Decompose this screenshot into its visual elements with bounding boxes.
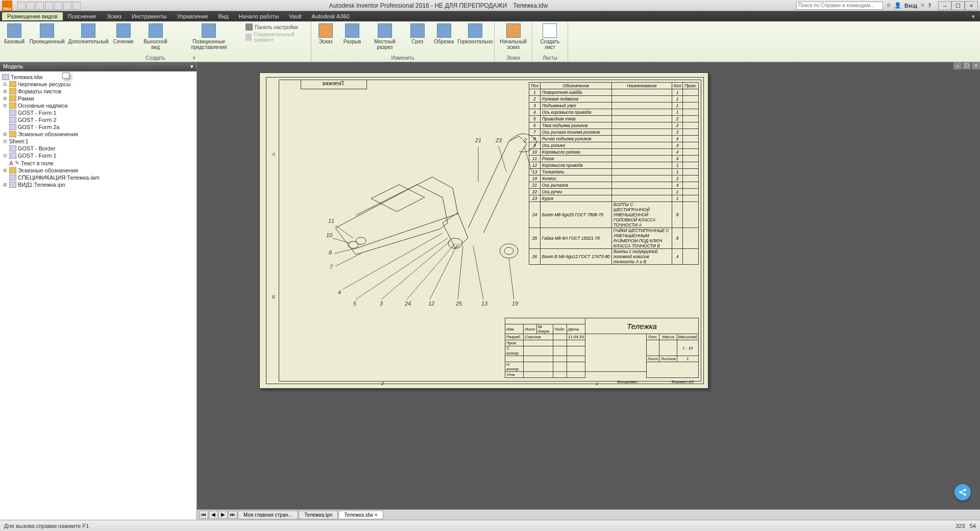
tab-ipn[interactable]: Тележка.ipn bbox=[299, 511, 338, 519]
qat-open-icon[interactable] bbox=[27, 2, 35, 10]
table-row[interactable]: 25Гайка M8-6H ГОСТ 15521-70ГАЙКИ ШЕСТИГР… bbox=[529, 228, 699, 249]
drawing-view[interactable]: 21 23 2 11 10 8 7 4 5 3 24 bbox=[305, 95, 550, 310]
tab-annotate[interactable]: Пояснение bbox=[63, 12, 102, 20]
canvas-maximize-icon[interactable]: ☐ bbox=[963, 62, 971, 69]
ribbon-help-icon[interactable]: ▾ bbox=[969, 13, 978, 20]
table-row[interactable]: 19Колесо2 bbox=[529, 175, 699, 182]
maximize-button[interactable]: ☐ bbox=[951, 1, 965, 10]
browser-dropdown-icon[interactable]: ▾ bbox=[190, 63, 193, 70]
table-row[interactable]: 3Подъемный узел1 bbox=[529, 103, 699, 109]
help-icon[interactable]: ? bbox=[928, 3, 931, 9]
qat-undo-icon[interactable] bbox=[45, 2, 53, 10]
svg-line-10 bbox=[334, 248, 356, 254]
sheet-border: Тележка А Б 2 1 bbox=[266, 77, 704, 384]
slice-button[interactable]: Срез bbox=[406, 22, 429, 45]
table-row[interactable]: 2Рулевая подвеска1 bbox=[529, 96, 699, 103]
table-row[interactable]: 7Ось рычага поъема роликов2 bbox=[529, 129, 699, 136]
svg-text:7: 7 bbox=[330, 264, 333, 270]
help-search-input[interactable] bbox=[796, 2, 883, 10]
break-button[interactable]: Разрыв bbox=[341, 22, 363, 45]
titleblock-icon bbox=[9, 110, 16, 116]
browser-close-icon[interactable]: × bbox=[192, 55, 195, 61]
signin-label[interactable]: Вход bbox=[904, 3, 917, 9]
mirrored-title: Тележка bbox=[323, 80, 345, 86]
tab-a360[interactable]: Autodesk A360 bbox=[307, 12, 355, 20]
qat-more-icon[interactable] bbox=[72, 2, 81, 10]
share-button[interactable] bbox=[954, 484, 971, 500]
model-tree[interactable]: Тележка.idw ⊟Чертежные ресурсы ⊞Форматы … bbox=[0, 71, 197, 190]
svg-line-14 bbox=[381, 241, 450, 299]
horizontal-button[interactable]: Горизонтально bbox=[459, 22, 492, 45]
table-row[interactable]: 22Ось ручки1 bbox=[529, 189, 699, 195]
table-row[interactable]: 5Приводная тяга2 bbox=[529, 116, 699, 122]
tab-view[interactable]: Вид bbox=[213, 12, 234, 20]
base-view-button[interactable]: Базовый bbox=[3, 22, 26, 45]
partslist-icon bbox=[9, 174, 16, 181]
breakout-button[interactable]: Местный разрез bbox=[368, 22, 402, 51]
svg-text:3: 3 bbox=[380, 300, 383, 307]
canvas-minimize-icon[interactable]: – bbox=[953, 62, 962, 69]
auxiliary-view-button[interactable]: Дополнительный bbox=[68, 22, 108, 45]
draft-button[interactable]: Эскиз bbox=[314, 22, 337, 45]
start-sketch-button[interactable]: Начальный эскиз bbox=[498, 22, 529, 51]
svg-line-16 bbox=[430, 243, 458, 299]
folder-icon bbox=[9, 167, 16, 173]
tab-place-views[interactable]: Размещение видов bbox=[2, 12, 63, 20]
table-row[interactable]: 21Ось рычагов4 bbox=[529, 182, 699, 189]
svg-text:8: 8 bbox=[329, 249, 332, 256]
qat-new-icon[interactable] bbox=[17, 2, 26, 10]
minimize-button[interactable]: – bbox=[938, 1, 951, 10]
table-row[interactable]: 24Болт M8-6gx25 ГОСТ 7808-70БОЛТЫ С ШЕСТ… bbox=[529, 202, 699, 228]
tab-first-icon[interactable]: ⏮ bbox=[199, 511, 208, 519]
tab-tools[interactable]: Инструменты bbox=[127, 12, 172, 20]
titleblock-icon bbox=[9, 124, 16, 130]
table-row[interactable]: 13Толкатель1 bbox=[529, 169, 699, 175]
nailboard-button[interactable]: Панель настройки bbox=[246, 23, 308, 31]
qat-print-icon[interactable] bbox=[63, 2, 71, 10]
svg-line-13 bbox=[356, 238, 448, 299]
table-row[interactable]: 10Коромысло ролика4 bbox=[529, 149, 699, 156]
table-row[interactable]: 4Ось коромысла привода1 bbox=[529, 109, 699, 116]
qat-save-icon[interactable] bbox=[36, 2, 44, 10]
table-row[interactable]: 1Поворотная шайба1 bbox=[529, 89, 699, 96]
tab-sketch[interactable]: Эскиз bbox=[102, 12, 127, 20]
star-icon[interactable]: ☆ bbox=[886, 2, 891, 9]
crop-button[interactable]: Обрезка bbox=[433, 22, 455, 45]
tab-prev-icon[interactable]: ◀ bbox=[209, 511, 218, 519]
section-view-button[interactable]: Сечение bbox=[112, 22, 135, 45]
titleblock-icon bbox=[9, 117, 16, 123]
close-button[interactable]: × bbox=[965, 1, 978, 10]
qat-redo-icon[interactable] bbox=[54, 2, 62, 10]
tab-getstarted[interactable]: Начало работы bbox=[234, 12, 284, 20]
title-block[interactable]: Тележка ИзмЛист№ докум.Подп.Дата Разраб.… bbox=[505, 318, 699, 379]
table-row[interactable]: 11Ролик4 bbox=[529, 156, 699, 162]
table-row[interactable]: 9Ось ролика4 bbox=[529, 142, 699, 149]
view-icon bbox=[9, 182, 16, 188]
canvas-close-icon[interactable]: × bbox=[972, 62, 980, 69]
svg-text:25: 25 bbox=[455, 300, 462, 307]
tab-idw[interactable]: Тележка.idw × bbox=[338, 511, 383, 519]
signin-icon[interactable]: 👤 bbox=[894, 2, 901, 9]
projected-view-button[interactable]: Проекционный bbox=[30, 22, 64, 45]
tab-manage[interactable]: Управление bbox=[172, 12, 213, 20]
exchange-icon[interactable]: ✕ bbox=[920, 2, 925, 9]
table-row[interactable]: 8Рычаг подъема роликов4 bbox=[529, 136, 699, 142]
new-sheet-button[interactable]: Создать лист bbox=[535, 22, 565, 51]
tab-vault[interactable]: Vault bbox=[284, 12, 306, 20]
drawing-icon bbox=[2, 74, 9, 80]
detail-view-button[interactable]: Выносной вид bbox=[139, 22, 173, 51]
tab-last-icon[interactable]: ⏭ bbox=[228, 511, 237, 519]
table-row[interactable]: 12Коромысла привода1 bbox=[529, 162, 699, 169]
table-row[interactable]: 23Курок1 bbox=[529, 195, 699, 202]
status-help-text: Для вызова справки нажмите F1 bbox=[4, 523, 89, 529]
drawing-canvas[interactable]: – ☐ × Тележка А Б 2 1 bbox=[197, 62, 980, 520]
overlay-view-button[interactable]: Позиционные представления bbox=[177, 22, 241, 51]
app-icon[interactable]: PRO bbox=[2, 1, 12, 11]
parts-list-table[interactable]: Поз Обозначение Наименование Кол Прим. 1… bbox=[529, 82, 699, 265]
drawing-sheet[interactable]: Тележка А Б 2 1 bbox=[259, 72, 708, 389]
tab-next-icon[interactable]: ▶ bbox=[218, 511, 228, 519]
tab-home[interactable]: Моя главная стран... bbox=[238, 511, 298, 519]
table-row[interactable]: 26Винт В.М6-6gx12 ГОСТ 17473-80Винты с п… bbox=[529, 249, 699, 265]
ribbon-tabs: Размещение видов Пояснение Эскиз Инструм… bbox=[0, 11, 980, 21]
table-row[interactable]: 6Тяга подъема роликов2 bbox=[529, 122, 699, 129]
